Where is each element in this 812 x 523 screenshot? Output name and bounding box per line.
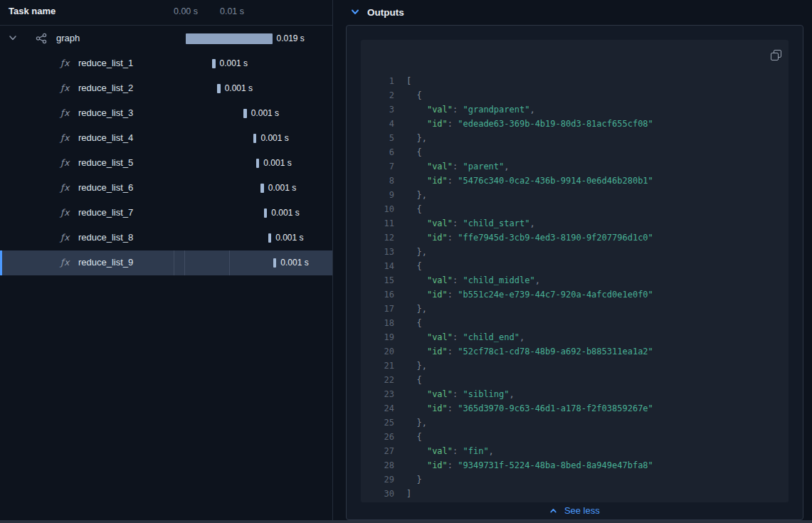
code-line: 26 { [361, 430, 789, 444]
duration-bar [256, 159, 260, 168]
code-line: 17 }, [361, 302, 789, 316]
code-line: 2 { [361, 88, 789, 102]
code-line: 7 "val": "parent", [361, 159, 789, 174]
chevron-up-icon [549, 507, 557, 514]
fx-icon: ƒx [60, 157, 70, 168]
outputs-card: 1[2 {3 "val": "grandparent",4 "id": "ede… [346, 25, 803, 520]
task-row[interactable]: graph 0.019 s [0, 26, 332, 51]
code-line: 3 "val": "grandparent", [361, 102, 789, 117]
duration-bar [243, 109, 247, 118]
code-line: 8 "id": "5476c340-0ca2-436b-9914-0e6d46b… [361, 174, 789, 188]
chevron-down-icon[interactable] [351, 8, 359, 16]
fx-icon: ƒx [60, 182, 70, 193]
task-name-column-header: Task name [9, 6, 56, 16]
json-output-codeblock: 1[2 {3 "val": "grandparent",4 "id": "ede… [361, 40, 789, 502]
duration-label: 0.001 s [280, 258, 308, 268]
code-line: 27 "val": "fin", [361, 444, 789, 458]
task-name: graph [56, 33, 80, 43]
duration-label: 0.019 s [277, 33, 305, 44]
duration-label: 0.001 s [225, 83, 253, 94]
fx-icon: ƒx [60, 107, 70, 118]
task-row[interactable]: ƒx reduce_list_5 0.001 s [0, 151, 332, 176]
time-axis-tick: 0.01 s [220, 6, 244, 16]
code-lines: 1[2 {3 "val": "grandparent",4 "id": "ede… [361, 74, 789, 501]
task-name: reduce_list_8 [78, 232, 133, 243]
duration-bar [217, 84, 221, 93]
code-line: 12 "id": "ffe7945d-3cb9-4ed3-8190-9f2077… [361, 231, 789, 245]
task-row[interactable]: ƒx reduce_list_6 0.001 s [0, 176, 332, 201]
task-name: reduce_list_5 [78, 157, 133, 168]
duration-bar [260, 184, 264, 193]
task-name: reduce_list_9 [78, 257, 133, 268]
duration-label: 0.001 s [271, 208, 299, 218]
task-name: reduce_list_2 [78, 83, 133, 93]
fx-icon: ƒx [60, 58, 70, 68]
code-line: 30] [361, 487, 789, 501]
code-line: 29 } [361, 472, 789, 487]
fx-icon: ƒx [60, 257, 70, 268]
outputs-section-header[interactable]: Outputs [334, 0, 812, 25]
code-line: 18 { [361, 316, 789, 330]
duration-label: 0.001 s [263, 158, 291, 169]
task-name: reduce_list_4 [78, 132, 133, 143]
timeline-header: Task name 0.00 s 0.01 s [0, 0, 332, 26]
code-line: 9 }, [361, 188, 789, 202]
code-line: 23 "val": "sibling", [361, 387, 789, 401]
task-row[interactable]: ƒx reduce_list_4 0.001 s [0, 126, 332, 151]
task-name: reduce_list_1 [78, 58, 133, 68]
code-line: 16 "id": "b551c24e-e739-44c7-920a-4afcd0… [361, 287, 789, 302]
task-row[interactable]: ƒx reduce_list_3 0.001 s [0, 101, 332, 126]
task-name: reduce_list_6 [78, 182, 133, 193]
duration-label: 0.001 s [220, 58, 248, 69]
duration-bar [212, 59, 216, 68]
code-line: 24 "id": "365d3970-9c63-46d1-a178-f2f038… [361, 401, 789, 416]
outputs-panel: Outputs 1[2 {3 "val": "grandparent",4 "i… [334, 0, 812, 523]
code-line: 14 { [361, 259, 789, 273]
task-rows: graph 0.019 s ƒx reduce_list_1 0.001 s ƒ… [0, 26, 332, 275]
task-row[interactable]: ƒx reduce_list_1 0.001 s [0, 51, 332, 76]
code-line: 13 }, [361, 245, 789, 259]
code-line: 11 "val": "child_start", [361, 216, 789, 231]
duration-bar [186, 33, 273, 44]
task-timeline-panel: Task name 0.00 s 0.01 s graph 0.019 s ƒx… [0, 0, 333, 523]
duration-bar [273, 258, 277, 268]
duration-bar [268, 233, 272, 243]
code-line: 10 { [361, 202, 789, 216]
code-line: 15 "val": "child_middle", [361, 273, 789, 287]
duration-label: 0.001 s [268, 183, 296, 194]
task-row[interactable]: ƒx reduce_list_2 0.001 s [0, 76, 332, 101]
graph-icon [36, 33, 47, 44]
task-row[interactable]: ƒx reduce_list_8 0.001 s [0, 226, 332, 250]
duration-label: 0.001 s [251, 108, 279, 119]
code-line: 28 "id": "9349731f-5224-48ba-8bed-8a949e… [361, 458, 789, 472]
code-line: 19 "val": "child_end", [361, 330, 789, 344]
code-line: 1[ [361, 74, 789, 88]
code-line: 6 { [361, 145, 789, 159]
task-row[interactable]: ƒx reduce_list_7 0.001 s [0, 201, 332, 226]
fx-icon: ƒx [60, 207, 70, 218]
chevron-down-icon[interactable] [9, 33, 17, 42]
task-name: reduce_list_3 [78, 107, 133, 118]
task-row[interactable]: ƒx reduce_list_9 0.001 s [0, 250, 332, 275]
fx-icon: ƒx [60, 83, 70, 93]
fx-icon: ƒx [60, 132, 70, 143]
duration-label: 0.001 s [275, 233, 303, 243]
fx-icon: ƒx [60, 232, 70, 243]
duration-bar [253, 134, 257, 143]
time-axis-tick: 0.00 s [174, 6, 198, 16]
code-line: 20 "id": "52cf78c1-cd78-48b9-a692-b88531… [361, 344, 789, 359]
duration-bar [264, 208, 268, 218]
code-line: 22 { [361, 373, 789, 387]
copy-icon[interactable] [769, 49, 783, 63]
code-line: 21 }, [361, 359, 789, 373]
see-less-button[interactable]: See less [347, 505, 803, 516]
outputs-title: Outputs [367, 7, 404, 18]
see-less-label: See less [564, 505, 600, 516]
duration-label: 0.001 s [260, 133, 288, 144]
code-line: 25 }, [361, 416, 789, 430]
task-name: reduce_list_7 [78, 207, 133, 218]
horizontal-scrollbar[interactable] [0, 520, 812, 523]
code-line: 4 "id": "edeade63-369b-4b19-80d3-81acf65… [361, 117, 789, 131]
code-line: 5 }, [361, 131, 789, 145]
